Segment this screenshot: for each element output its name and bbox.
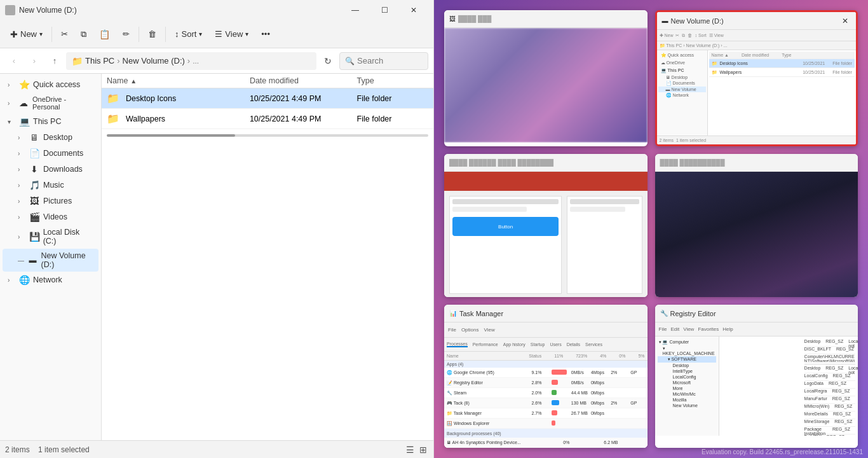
horizontal-scrollbar[interactable] — [107, 134, 428, 137]
name-column-label: Name — [107, 76, 128, 85]
paste-button[interactable]: 📋 — [94, 27, 115, 42]
card-title-bar: 📊 Task Manager — [444, 305, 648, 323]
path-drive: New Volume (D:) — [123, 56, 185, 66]
sidebar-item-local-disk[interactable]: › 💾 Local Disk (C:) — [3, 225, 98, 248]
status-bar: 2 items 1 item selected ☰ ⊞ — [0, 440, 433, 458]
rename-button[interactable]: ✏ — [118, 27, 135, 41]
search-box[interactable]: 🔍 — [339, 52, 428, 70]
sidebar-item-onedrive[interactable]: › ☁ OneDrive - Personal — [3, 93, 98, 113]
window-card-new-volume[interactable]: ▬ New Volume (D:) ✕ ✚ New✂⧉🗑↕ Sort☰ View… — [655, 10, 858, 146]
grid-view-button[interactable]: ⊞ — [418, 443, 428, 456]
toolbar-separator-3 — [165, 27, 166, 42]
view-chevron-icon: ▾ — [245, 31, 248, 38]
window-card-blurred1[interactable]: 🖼 ████ ███ — [444, 10, 648, 146]
chevron-icon: › — [18, 134, 25, 141]
address-path[interactable]: 📁 This PC › New Volume (D:) › ... — [66, 52, 316, 70]
title-bar-left: New Volume (D:) — [5, 5, 77, 15]
file-type: File folder — [357, 114, 392, 123]
column-type[interactable]: Type — [357, 76, 428, 85]
delete-button[interactable]: 🗑 — [143, 27, 161, 41]
sidebar-item-desktop[interactable]: › 🖥 Desktop — [3, 130, 98, 145]
card-title-left: 🔧 Registry Editor — [660, 310, 716, 317]
new-label: New — [20, 29, 37, 39]
column-date[interactable]: Date modified — [250, 76, 357, 85]
sidebar-pictures-label: Pictures — [43, 197, 72, 205]
sort-label: Sort — [182, 29, 197, 39]
new-button[interactable]: ✚ New ▾ — [5, 27, 48, 42]
file-row[interactable]: 📁 Desktop Icons 10/25/2021 4:49 PM File … — [102, 88, 433, 109]
chevron-icon: › — [18, 233, 25, 240]
forward-button[interactable]: › — [25, 52, 43, 70]
window-card-task-manager[interactable]: 📊 Task Manager File Options View Process… — [444, 305, 648, 448]
more-button[interactable]: ••• — [256, 27, 275, 41]
window-card-blurred3[interactable]: ████ ██████████ — [655, 154, 858, 297]
sidebar-onedrive-label: OneDrive - Personal — [32, 95, 93, 111]
card-close-button[interactable]: ✕ — [839, 15, 851, 27]
card-title-bar: ████ ██████████ — [655, 154, 858, 172]
card-icon: 🖼 — [449, 15, 456, 22]
card-title-bar: 🔧 Registry Editor — [655, 305, 858, 323]
sidebar-quick-access-label: Quick access — [33, 80, 80, 89]
status-right: ☰ ⊞ — [405, 443, 428, 456]
sidebar-item-documents[interactable]: › 📄 Documents — [3, 146, 98, 161]
close-button[interactable]: ✕ — [399, 0, 428, 20]
window-card-registry-editor[interactable]: 🔧 Registry Editor File Edit View Favorit… — [655, 305, 858, 448]
sidebar-item-thispc[interactable]: ▾ 💻 This PC — [3, 114, 98, 129]
search-input[interactable] — [357, 56, 423, 66]
maximize-button[interactable]: ☐ — [370, 0, 399, 20]
view-button[interactable]: ☰ View ▾ — [210, 27, 254, 41]
scrollbar-thumb[interactable] — [107, 134, 235, 137]
sidebar-item-music[interactable]: › 🎵 Music — [3, 177, 98, 193]
app-icon — [5, 5, 15, 15]
drive-icon: ▬ — [28, 256, 37, 265]
copy-button[interactable]: ⧉ — [76, 27, 92, 42]
window-title: New Volume (D:) — [19, 6, 77, 15]
rename-icon: ✏ — [123, 29, 130, 39]
re-row: MMicro(Win)REG_SZ — [804, 404, 855, 412]
star-icon: ⭐ — [19, 80, 29, 90]
tm-process-row: 🪟 Windows Explorer — [444, 419, 648, 429]
file-row[interactable]: 📁 Wallpapers 10/25/2021 4:49 PM File fol… — [102, 109, 433, 129]
card-icon: ▬ — [662, 17, 668, 24]
card-content: File Options View Processes Performance … — [444, 323, 648, 448]
sidebar-item-downloads[interactable]: › ⬇ Downloads — [3, 162, 98, 177]
re-tree-item: IntelliType — [658, 368, 716, 374]
sidebar-music-label: Music — [43, 181, 64, 190]
sidebar-item-network[interactable]: › 🌐 Network — [3, 272, 98, 288]
card-content: Button — [444, 172, 648, 297]
downloads-icon: ⬇ — [29, 164, 39, 174]
re-row: MineStorageREG_SZ — [804, 419, 855, 427]
file-list-header[interactable]: Name ▲ Date modified Type — [102, 74, 433, 88]
chevron-icon: › — [18, 182, 25, 189]
music-icon: 🎵 — [29, 180, 39, 190]
sidebar-item-pictures[interactable]: › 🖼 Pictures — [3, 193, 98, 209]
minimize-button[interactable]: — — [341, 0, 370, 20]
chevron-icon: › — [18, 166, 25, 173]
file-type: File folder — [357, 94, 392, 103]
tm-menu-view: View — [484, 327, 494, 333]
re-menu-view: View — [683, 326, 694, 332]
list-view-button[interactable]: ☰ — [405, 443, 416, 456]
videos-icon: 🎬 — [29, 212, 39, 222]
sort-asc-icon: ▲ — [130, 78, 137, 85]
tm-header: File Options View — [444, 323, 648, 338]
card-icon: 🔧 — [660, 310, 668, 317]
column-name[interactable]: Name ▲ — [107, 76, 250, 85]
delete-icon: 🗑 — [148, 29, 156, 39]
re-tree-item: Mozilla — [658, 397, 716, 403]
refresh-button[interactable]: ↻ — [319, 52, 337, 70]
card-title: ████ ███ — [458, 15, 491, 22]
back-button[interactable]: ‹ — [5, 52, 23, 70]
cloud-icon: ☁ — [19, 98, 29, 108]
re-menu-file: File — [659, 326, 667, 332]
sidebar-item-quick-access[interactable]: › ⭐ Quick access — [3, 77, 98, 92]
sidebar-item-new-volume[interactable]: — ▬ New Volume (D:) — [3, 249, 98, 272]
window-card-blurred2[interactable]: ████ ██████ ████ ████████ Button — [444, 154, 648, 297]
cut-button[interactable]: ✂ — [56, 27, 73, 41]
paste-icon: 📋 — [99, 29, 110, 39]
up-button[interactable]: ↑ — [46, 52, 64, 70]
sort-button[interactable]: ↕ Sort ▾ — [170, 27, 207, 41]
watermark: Evaluation copy. Build 22465.rs_prerelea… — [702, 448, 863, 455]
file-date-cell: 10/25/2021 4:49 PM — [250, 94, 357, 103]
sidebar-item-videos[interactable]: › 🎬 Videos — [3, 209, 98, 225]
